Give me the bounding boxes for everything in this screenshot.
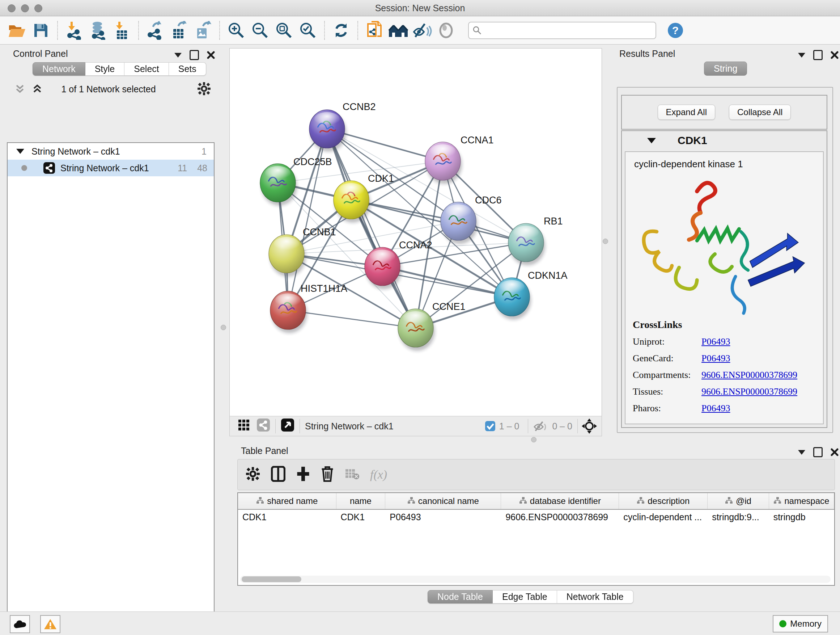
- search-box[interactable]: [468, 22, 656, 39]
- node-HIST1H1A[interactable]: HIST1H1A: [270, 283, 347, 333]
- open-file-button[interactable]: [6, 20, 27, 41]
- zoom-in-button[interactable]: [226, 20, 247, 41]
- network-graph[interactable]: CCNB2CCNA1CDC25BCDK1CDC6RB1CCNB1CCNA2CDK…: [230, 49, 602, 416]
- column-header-canonical-name[interactable]: canonical name: [385, 493, 501, 509]
- tab-style[interactable]: Style: [85, 62, 125, 76]
- export-image-button[interactable]: [193, 20, 213, 41]
- node-CDKN1A[interactable]: CDKN1A: [494, 270, 568, 320]
- show-all-button: [436, 20, 456, 41]
- add-column-button[interactable]: [296, 466, 310, 483]
- results-panel-close-icon[interactable]: [831, 51, 838, 59]
- cell-namespace[interactable]: stringdb: [769, 510, 834, 525]
- zoom-out-button[interactable]: [249, 20, 271, 41]
- network-row-selected[interactable]: String Network – cdk1 11 48: [8, 160, 214, 176]
- export-network-button[interactable]: [145, 20, 166, 41]
- cell-canonical-name[interactable]: P06493: [385, 510, 501, 525]
- column-type-icon: [637, 496, 645, 506]
- expand-all-icon[interactable]: [32, 83, 43, 96]
- import-table-button[interactable]: [111, 20, 133, 41]
- control-panel-float-icon[interactable]: [189, 50, 199, 60]
- tab-network-table[interactable]: Network Table: [557, 590, 633, 603]
- cell--id[interactable]: stringdb:9...: [707, 510, 769, 525]
- results-panel-float-icon[interactable]: [813, 50, 823, 60]
- hide-selected-button[interactable]: [412, 20, 433, 41]
- hidden-eye-icon[interactable]: [533, 420, 548, 432]
- import-database-button[interactable]: [88, 20, 109, 41]
- tab-select[interactable]: Select: [125, 62, 169, 76]
- cell-shared-name[interactable]: CDK1: [238, 510, 336, 525]
- tab-edge-table[interactable]: Edge Table: [493, 590, 557, 603]
- crosslink-link[interactable]: 9606.ENSP00000378699: [701, 386, 797, 397]
- crosslink-label: Pharos:: [633, 403, 701, 414]
- column-header-description[interactable]: description: [619, 493, 707, 509]
- import-network-button[interactable]: [64, 20, 85, 41]
- show-columns-button[interactable]: [271, 466, 286, 483]
- tab-node-table[interactable]: Node Table: [428, 590, 493, 603]
- network-options-gear-button[interactable]: [197, 82, 211, 97]
- table-panel-close-icon[interactable]: [831, 448, 838, 456]
- detach-view-button[interactable]: [281, 418, 294, 434]
- warnings-button[interactable]: [40, 615, 60, 633]
- toolbar-separator: [219, 21, 220, 40]
- cloud-status-button[interactable]: [10, 615, 30, 633]
- scrollbar-thumb[interactable]: [242, 576, 302, 582]
- column-header-name[interactable]: name: [336, 493, 386, 509]
- export-table-button[interactable]: [169, 20, 189, 41]
- memory-button[interactable]: Memory: [773, 615, 828, 632]
- collapse-all-button[interactable]: Collapse All: [729, 105, 791, 120]
- bottom-splitter-handle[interactable]: [531, 437, 537, 442]
- control-panel-collapse-icon[interactable]: [174, 53, 182, 57]
- left-splitter-handle[interactable]: [221, 325, 226, 330]
- node-CCNB2[interactable]: CCNB2: [309, 101, 376, 152]
- delete-column-button[interactable]: [321, 466, 334, 483]
- crosslink-link[interactable]: P06493: [701, 403, 730, 414]
- help-button[interactable]: ?: [665, 20, 686, 41]
- column-header-namespace[interactable]: namespace: [769, 493, 834, 509]
- tab-network[interactable]: Network: [33, 62, 85, 76]
- new-network-from-selection-button[interactable]: [364, 20, 385, 41]
- entry-expander-icon[interactable]: [647, 138, 656, 143]
- protein-structure-image: [630, 173, 818, 318]
- table-row[interactable]: CDK1CDK1P064939606.ENSP00000378699cyclin…: [238, 510, 834, 525]
- crosslink-link[interactable]: 9606.ENSP00000378699: [701, 370, 797, 380]
- table-settings-button[interactable]: [246, 467, 260, 483]
- node-CDC6[interactable]: CDC6: [441, 195, 502, 244]
- expand-all-button[interactable]: Expand All: [658, 105, 715, 120]
- column-header-shared-name[interactable]: shared name: [238, 493, 336, 509]
- table-panel-collapse-icon[interactable]: [798, 450, 805, 455]
- results-button-row: Expand All Collapse All: [621, 95, 827, 130]
- search-input[interactable]: [485, 25, 652, 36]
- first-neighbors-button[interactable]: [388, 20, 409, 41]
- network-canvas[interactable]: CCNB2CCNA1CDC25BCDK1CDC6RB1CCNB1CCNA2CDK…: [229, 48, 602, 416]
- cell-name[interactable]: CDK1: [336, 510, 386, 525]
- node-CCNE1[interactable]: CCNE1: [398, 301, 466, 351]
- node-CDC25B[interactable]: CDC25B: [260, 157, 332, 206]
- birdseye-crosshair-icon[interactable]: [581, 418, 597, 434]
- table-horizontal-scrollbar[interactable]: [240, 576, 831, 583]
- selected-checkbox-icon[interactable]: [485, 421, 496, 432]
- network-style-button[interactable]: [256, 418, 270, 434]
- cell-description[interactable]: cyclin-dependent ...: [619, 510, 707, 525]
- control-panel-close-icon[interactable]: [207, 51, 215, 59]
- result-entry-header[interactable]: CDK1: [622, 131, 827, 150]
- column-header-database-identifier[interactable]: database identifier: [501, 493, 619, 509]
- tab-sets[interactable]: Sets: [169, 62, 206, 76]
- refresh-button[interactable]: [331, 20, 352, 41]
- table-panel-float-icon[interactable]: [813, 447, 823, 457]
- zoom-selected-button[interactable]: [297, 20, 318, 41]
- save-session-button[interactable]: [30, 20, 51, 41]
- cell-database-identifier[interactable]: 9606.ENSP00000378699: [501, 510, 619, 525]
- results-tab-string[interactable]: String: [704, 62, 747, 76]
- node-CDK1[interactable]: CDK1: [333, 173, 394, 223]
- crosslink-link[interactable]: P06493: [701, 336, 730, 347]
- network-collection-row[interactable]: String Network – cdk1 1: [8, 143, 214, 160]
- crosslink-link[interactable]: P06493: [701, 353, 730, 364]
- node-RB1[interactable]: RB1: [508, 216, 563, 265]
- zoom-fit-button[interactable]: [273, 20, 294, 41]
- column-label: database identifier: [530, 496, 601, 506]
- grid-view-button[interactable]: [238, 419, 250, 433]
- column-header--id[interactable]: @id: [707, 493, 769, 509]
- collapse-all-icon[interactable]: [14, 83, 25, 96]
- tree-expander-icon[interactable]: [16, 149, 24, 154]
- results-panel-collapse-icon[interactable]: [798, 53, 805, 57]
